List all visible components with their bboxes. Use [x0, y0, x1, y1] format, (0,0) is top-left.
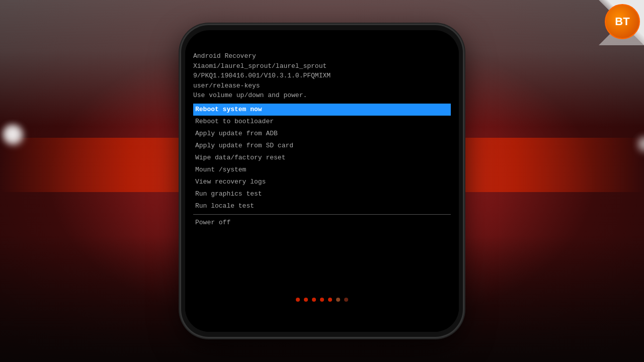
phone-body: Android Recovery Xiaomi/laurel_sprout/la… [181, 25, 463, 337]
recovery-line2: 9/PKQ1.190416.001/V10.3.1.0.PFQMIXM [193, 71, 451, 81]
recovery-menu: Reboot system nowReboot to bootloaderApp… [193, 104, 451, 229]
recovery-line1: Xiaomi/laurel_sprout/laurel_sprout [193, 61, 451, 71]
logo-text: BT [615, 15, 629, 28]
menu-item-3[interactable]: Apply update from SD card [193, 140, 451, 152]
phone-notch [312, 31, 332, 36]
recovery-screen: Android Recovery Xiaomi/laurel_sprout/la… [185, 45, 459, 332]
nav-dot-6 [344, 298, 348, 302]
power-divider [193, 214, 451, 215]
nav-dots [185, 298, 459, 302]
recovery-line3: user/release-keys [193, 81, 451, 91]
menu-item-7[interactable]: Run graphics test [193, 188, 451, 200]
recovery-instruction: Use volume up/down and power. [193, 90, 451, 101]
channel-logo: BT [605, 4, 640, 39]
nav-dot-3 [320, 298, 324, 302]
phone-device: Android Recovery Xiaomi/laurel_sprout/la… [181, 25, 463, 337]
recovery-header: Android Recovery Xiaomi/laurel_sprout/la… [193, 51, 451, 101]
menu-item-2[interactable]: Apply update from ADB [193, 128, 451, 140]
recovery-title: Android Recovery [193, 51, 451, 61]
phone-screen: Android Recovery Xiaomi/laurel_sprout/la… [185, 30, 459, 332]
nav-dot-5 [336, 298, 340, 302]
menu-item-6[interactable]: View recovery logs [193, 176, 451, 188]
menu-item-9[interactable]: Power off [193, 217, 451, 229]
menu-item-4[interactable]: Wipe data/factory reset [193, 152, 451, 164]
menu-item-0[interactable]: Reboot system now [193, 104, 451, 116]
menu-item-5[interactable]: Mount /system [193, 164, 451, 176]
nav-dot-4 [328, 298, 332, 302]
menu-item-1[interactable]: Reboot to bootloader [193, 116, 451, 128]
menu-item-8[interactable]: Run locale test [193, 200, 451, 212]
nav-dot-1 [304, 298, 308, 302]
nav-dot-0 [296, 298, 300, 302]
nav-dot-2 [312, 298, 316, 302]
